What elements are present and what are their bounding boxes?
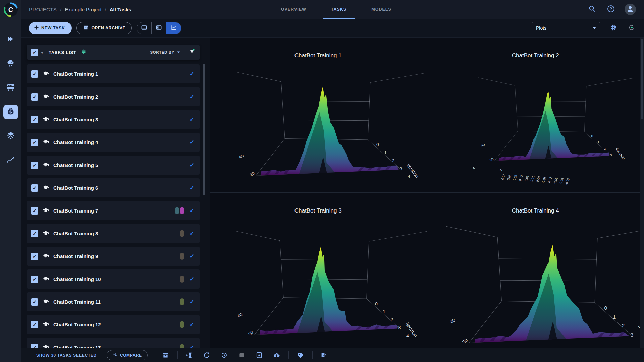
task-selected-check-icon: ✓ <box>190 253 194 260</box>
tags-button[interactable] <box>295 350 306 360</box>
task-checkbox[interactable]: ✓ <box>31 70 38 78</box>
move-to-project-button[interactable] <box>319 350 330 360</box>
task-row[interactable]: ✓ChatBot Training 11✓ <box>27 292 200 311</box>
tab-overview[interactable]: OVERVIEW <box>279 0 308 19</box>
task-tags <box>175 207 184 214</box>
tab-models[interactable]: MODELS <box>369 0 393 19</box>
sidebar-item-expand[interactable] <box>3 32 18 47</box>
select-all-checkbox[interactable]: ✓ <box>31 49 38 56</box>
task-row[interactable]: ✓ChatBot Training 4✓ <box>27 133 200 152</box>
svg-text:2: 2 <box>390 317 393 322</box>
publish-button[interactable] <box>271 350 282 360</box>
surface-plot[interactable]: 01234iteration40200.080.070.050.040.020.… <box>210 59 427 192</box>
task-row[interactable]: ✓ChatBot Training 3✓ <box>27 110 200 129</box>
task-checkbox[interactable]: ✓ <box>31 253 38 260</box>
brain-icon <box>6 107 15 117</box>
task-checkbox[interactable]: ✓ <box>31 207 38 215</box>
view-mode-charts[interactable] <box>166 22 181 34</box>
task-tags <box>180 321 184 328</box>
task-checkbox[interactable]: ✓ <box>31 139 38 146</box>
task-checkbox[interactable]: ✓ <box>31 298 38 306</box>
surface-plot[interactable]: 01234iteration40200.100.090.080.070.060.… <box>210 214 427 348</box>
dequeue-button[interactable] <box>254 350 265 360</box>
task-row[interactable]: ✓ChatBot Training 13✓ <box>27 338 200 348</box>
task-row[interactable]: ✓ChatBot Training 9✓ <box>27 247 200 266</box>
task-checkbox[interactable]: ✓ <box>31 184 38 192</box>
task-row[interactable]: ✓ChatBot Training 5✓ <box>27 156 200 175</box>
restore-button[interactable] <box>219 350 230 360</box>
search-button[interactable] <box>587 4 597 14</box>
footer-divider <box>312 351 313 359</box>
task-row[interactable]: ✓ChatBot Training 10✓ <box>27 269 200 289</box>
filter-button[interactable] <box>189 49 195 56</box>
surface-plot[interactable]: 0123iteration4020 <box>427 214 644 348</box>
svg-text:4: 4 <box>408 174 410 179</box>
help-button[interactable]: ? <box>606 4 616 14</box>
tab-tasks[interactable]: TASKS <box>329 0 348 19</box>
view-mode-table[interactable] <box>137 22 152 34</box>
task-name: ChatBot Training 7 <box>53 208 98 214</box>
surface-plot[interactable]: 0123iteration40200z0.070.060.050.030.020… <box>427 59 644 192</box>
selection-count-label[interactable]: SHOW 30 TASKS SELECTED <box>36 353 97 358</box>
svg-text:-0.03: -0.03 <box>552 177 558 184</box>
plot-panel: ChatBot Training 20123iteration40200z0.0… <box>427 38 644 193</box>
task-row[interactable]: ✓ChatBot Training 6✓ <box>27 178 200 197</box>
sidebar-item-experiments[interactable] <box>3 105 18 119</box>
svg-text:0.05: 0.05 <box>512 174 518 181</box>
task-selected-check-icon: ✓ <box>190 162 194 169</box>
task-row[interactable]: ✓ChatBot Training 2✓ <box>27 87 200 106</box>
task-checkbox[interactable]: ✓ <box>31 162 38 169</box>
breadcrumb-projects[interactable]: PROJECTS <box>29 7 57 12</box>
selection-dropdown-caret[interactable]: ▼ <box>40 51 44 55</box>
sidebar: C <box>0 0 21 362</box>
chevron-down-icon <box>593 27 596 29</box>
customize-columns-button[interactable] <box>80 49 87 56</box>
breadcrumb-project[interactable]: Example Project <box>65 7 101 12</box>
task-tags <box>180 230 184 237</box>
sidebar-item-pipelines[interactable] <box>3 153 18 168</box>
plots-scrollbar[interactable] <box>640 38 644 348</box>
settings-button[interactable] <box>608 23 619 33</box>
svg-text:?: ? <box>609 7 612 11</box>
svg-text:2: 2 <box>603 147 605 150</box>
sorted-by-button[interactable]: SORTED BY <box>150 50 180 54</box>
task-checkbox[interactable]: ✓ <box>31 116 38 123</box>
svg-text:1: 1 <box>384 150 387 155</box>
enqueue-button[interactable] <box>184 350 195 360</box>
compare-button[interactable]: COMPARE <box>107 350 148 360</box>
task-checkbox[interactable]: ✓ <box>31 230 38 237</box>
sidebar-item-datasets[interactable] <box>3 129 18 143</box>
reset-button[interactable] <box>201 350 213 360</box>
task-row[interactable]: ✓ChatBot Training 8✓ <box>27 224 200 243</box>
task-checkbox[interactable]: ✓ <box>31 321 38 328</box>
task-name: ChatBot Training 9 <box>53 253 98 259</box>
sidebar-item-workers-queues[interactable] <box>3 80 18 95</box>
task-name: ChatBot Training 6 <box>53 185 98 191</box>
z-axis-label: z <box>471 166 475 170</box>
open-archive-button[interactable]: OPEN ARCHIVE <box>76 22 132 34</box>
view-mode-split[interactable] <box>152 22 166 34</box>
app-logo[interactable]: C <box>3 2 18 17</box>
task-tags <box>180 276 184 283</box>
task-row[interactable]: ✓ChatBot Training 7✓ <box>27 201 200 220</box>
new-task-button[interactable]: NEW TASK <box>29 22 72 34</box>
task-checkbox[interactable]: ✓ <box>31 344 38 348</box>
auto-refresh-button[interactable] <box>627 23 637 33</box>
task-row[interactable]: ✓ChatBot Training 1✓ <box>27 64 200 83</box>
archive-button[interactable] <box>160 350 171 360</box>
table-view-icon <box>141 24 147 32</box>
restore-icon <box>221 352 228 359</box>
metric-type-dropdown[interactable]: Plots <box>532 22 600 34</box>
task-name: ChatBot Training 4 <box>53 139 98 145</box>
tasks-list-scrollbar[interactable] <box>203 64 205 195</box>
svg-text:0.00: 0.00 <box>535 176 541 182</box>
task-checkbox[interactable]: ✓ <box>31 93 38 101</box>
svg-text:3: 3 <box>630 332 633 337</box>
user-avatar[interactable] <box>625 4 636 15</box>
servers-icon <box>6 83 15 93</box>
cloud-gear-icon <box>6 59 15 69</box>
task-row[interactable]: ✓ChatBot Training 12✓ <box>27 315 200 334</box>
task-tags <box>180 298 184 305</box>
task-checkbox[interactable]: ✓ <box>31 276 38 283</box>
sidebar-item-autoscalers[interactable] <box>3 56 18 71</box>
